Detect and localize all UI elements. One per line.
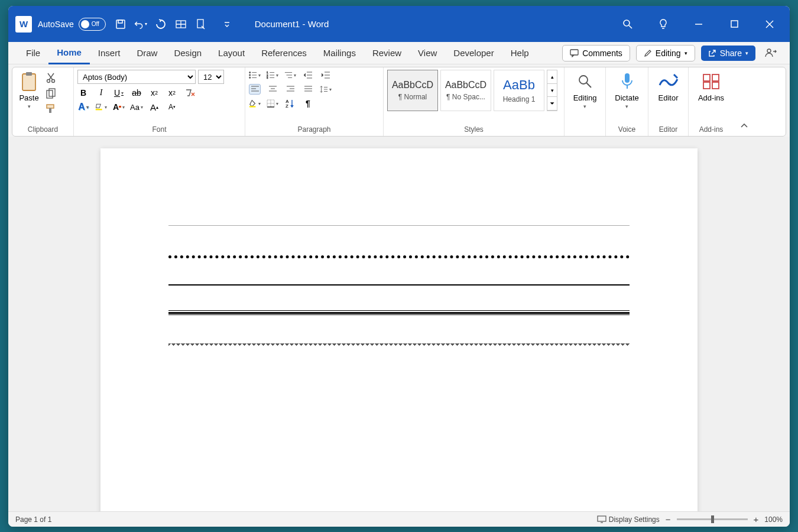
qat-doc-icon[interactable] <box>194 18 207 31</box>
zoom-in-button[interactable]: + <box>754 514 759 524</box>
tab-design[interactable]: Design <box>166 42 210 64</box>
line-spacing-icon[interactable] <box>320 84 332 95</box>
tab-insert[interactable]: Insert <box>90 42 129 64</box>
addins-icon <box>700 71 722 92</box>
close-button[interactable] <box>764 18 776 30</box>
strikethrough-button[interactable]: ab <box>131 87 142 98</box>
autosave-toggle[interactable]: Off <box>79 18 106 31</box>
style-normal[interactable]: AaBbCcD¶ Normal <box>387 70 438 111</box>
font-name-select[interactable]: Aptos (Body) <box>77 70 196 84</box>
svg-rect-17 <box>26 72 32 76</box>
comments-button[interactable]: Comments <box>562 45 630 61</box>
text-effects-icon[interactable]: A <box>77 102 89 112</box>
grow-font-icon[interactable]: A▴ <box>148 102 160 112</box>
tab-home[interactable]: Home <box>48 42 90 64</box>
sort-icon[interactable]: AZ <box>284 98 296 109</box>
tab-file[interactable]: File <box>18 42 48 64</box>
shading-icon[interactable] <box>249 98 261 109</box>
justify-icon[interactable] <box>302 84 314 95</box>
increase-indent-icon[interactable] <box>320 70 332 80</box>
shrink-font-icon[interactable]: A▾ <box>166 102 178 112</box>
paragraph-group-label: Paragraph <box>249 124 379 135</box>
svg-point-15 <box>767 49 771 53</box>
tab-layout[interactable]: Layout <box>210 42 253 64</box>
tab-mailings[interactable]: Mailings <box>315 42 364 64</box>
multilevel-list-icon[interactable] <box>284 70 296 80</box>
svg-rect-11 <box>731 21 738 27</box>
zoom-slider[interactable] <box>677 518 748 520</box>
redo-icon[interactable] <box>154 18 167 31</box>
save-icon[interactable] <box>114 18 127 31</box>
svg-rect-25 <box>49 108 51 113</box>
font-color-icon[interactable]: A <box>113 102 125 112</box>
search-icon[interactable] <box>622 18 634 30</box>
tab-view[interactable]: View <box>410 42 445 64</box>
share-button[interactable]: Share▾ <box>701 46 755 61</box>
svg-point-19 <box>52 80 55 83</box>
account-icon[interactable] <box>765 47 777 59</box>
autosave-label: AutoSave <box>38 20 74 29</box>
tab-review[interactable]: Review <box>364 42 410 64</box>
ribbon-tabs: File Home Insert Draw Design Layout Refe… <box>8 42 790 64</box>
tab-help[interactable]: Help <box>502 42 537 64</box>
collapse-ribbon-icon[interactable] <box>740 121 748 131</box>
zoom-level[interactable]: 100% <box>764 515 783 524</box>
tab-developer[interactable]: Developer <box>445 42 502 64</box>
styles-scroll[interactable]: ▴▾⏷ <box>547 70 557 111</box>
paste-button[interactable]: Paste ▾ <box>16 70 42 111</box>
underline-button[interactable]: U <box>113 87 125 98</box>
svg-rect-63 <box>249 106 256 107</box>
bullets-icon[interactable] <box>249 70 261 80</box>
tab-draw[interactable]: Draw <box>128 42 166 64</box>
minimize-button[interactable] <box>693 18 705 30</box>
svg-rect-74 <box>703 74 710 81</box>
dictate-button[interactable]: Dictate▾ <box>609 70 644 111</box>
superscript-button[interactable]: x2 <box>166 87 178 98</box>
document-page[interactable] <box>100 148 698 511</box>
borders-icon[interactable] <box>267 98 278 109</box>
zoom-out-button[interactable]: − <box>666 514 671 524</box>
document-area[interactable] <box>8 137 790 511</box>
bold-button[interactable]: B <box>77 87 89 98</box>
svg-rect-16 <box>22 74 35 90</box>
clear-formatting-icon[interactable] <box>184 87 196 98</box>
editing-mode-button[interactable]: Editing▾ <box>636 45 695 61</box>
editor-button[interactable]: Editor <box>652 70 685 103</box>
style-heading-1[interactable]: AaBbHeading 1 <box>494 70 544 111</box>
page-indicator[interactable]: Page 1 of 1 <box>15 515 51 524</box>
decrease-indent-icon[interactable] <box>302 70 314 80</box>
horizontal-rule-dotted <box>168 255 630 258</box>
display-settings-button[interactable]: Display Settings <box>597 515 660 524</box>
highlight-icon[interactable] <box>95 102 107 112</box>
cut-icon[interactable] <box>44 72 57 84</box>
italic-button[interactable]: I <box>95 87 107 98</box>
qat-customize-icon[interactable] <box>220 18 233 31</box>
maximize-button[interactable] <box>728 18 740 30</box>
align-center-icon[interactable] <box>267 84 278 95</box>
format-painter-icon[interactable] <box>44 103 57 115</box>
subscript-button[interactable]: x2 <box>148 87 160 98</box>
svg-line-71 <box>586 83 591 87</box>
svg-rect-22 <box>47 90 53 98</box>
word-app-icon: W <box>15 16 32 33</box>
tab-references[interactable]: References <box>253 42 315 64</box>
change-case-icon[interactable]: Aa <box>131 102 142 112</box>
addins-button[interactable]: Add-ins <box>692 70 730 103</box>
svg-rect-24 <box>47 105 54 108</box>
clipboard-group-label: Clipboard <box>16 124 70 135</box>
numbering-icon[interactable]: 123 <box>267 70 278 80</box>
editing-group-button[interactable]: Editing▾ <box>568 70 602 111</box>
svg-rect-77 <box>712 82 719 89</box>
qat-grid-icon[interactable] <box>174 18 187 31</box>
align-left-icon[interactable] <box>249 84 261 95</box>
undo-icon[interactable]: ▾ <box>134 18 147 31</box>
svg-rect-76 <box>703 82 710 89</box>
font-size-select[interactable]: 12 <box>198 70 224 84</box>
align-right-icon[interactable] <box>284 84 296 95</box>
lightbulb-icon[interactable] <box>657 18 669 30</box>
show-marks-icon[interactable]: ¶ <box>302 98 314 109</box>
copy-icon[interactable] <box>44 87 57 99</box>
style-no-spacing[interactable]: AaBbCcD¶ No Spac... <box>440 70 491 111</box>
editor-group-label: Editor <box>652 124 685 135</box>
svg-rect-1 <box>118 20 122 23</box>
